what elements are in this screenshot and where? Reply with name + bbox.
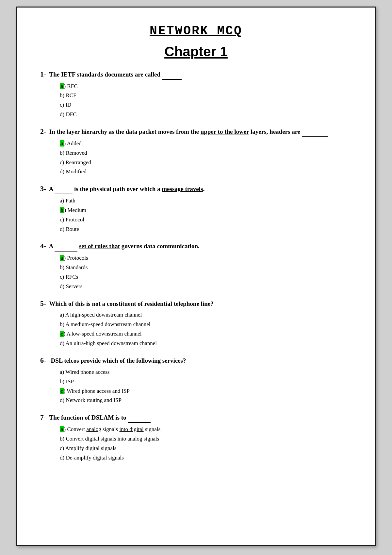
option-4c: c) RFCs xyxy=(60,272,352,282)
option-5d: d) An ultra-high speed downstream channe… xyxy=(60,339,352,348)
question-3-options: a) Path b) Medium c) Protocol d) Route xyxy=(40,196,352,234)
option-7b: b) Convert digital signals into analog s… xyxy=(60,434,352,444)
option-5a: a) A high-speed downstream channel xyxy=(60,310,352,320)
option-6d: d) Network routing and ISP xyxy=(60,396,352,405)
question-6: 6- DSL telcos provide which of the follo… xyxy=(40,356,352,405)
option-2a: a) Added xyxy=(60,139,352,148)
option-3c: c) Protocol xyxy=(60,215,352,225)
option-1b: b) RCF xyxy=(60,91,352,100)
option-1d: d) DFC xyxy=(60,110,352,119)
option-2c: c) Rearranged xyxy=(60,158,352,167)
question-3-text: 3- A is the physical path over which a m… xyxy=(40,184,352,194)
option-6c: c) Wired phone access and ISP xyxy=(60,387,352,396)
option-6a: a) Wired phone access xyxy=(60,368,352,377)
question-2-text: 2- In the layer hierarchy as the data pa… xyxy=(40,127,352,137)
option-3a: a) Path xyxy=(60,196,352,206)
chapter-title: Chapter 1 xyxy=(40,44,352,60)
question-1-text: 1- The IETF standards documents are call… xyxy=(40,69,352,80)
question-7-text: 7- The function of DSLAM is to xyxy=(40,412,352,423)
main-title: NETWORK MCQ xyxy=(40,24,352,38)
option-7d: d) De-amplify digital signals xyxy=(60,453,352,463)
question-3: 3- A is the physical path over which a m… xyxy=(40,184,352,234)
page: NETWORK MCQ Chapter 1 1- The IETF standa… xyxy=(16,7,376,546)
question-4-text: 4- A set of rules that governs data comm… xyxy=(40,241,352,251)
question-4: 4- A set of rules that governs data comm… xyxy=(40,241,352,291)
option-3b: b) Medium xyxy=(60,206,352,215)
option-4d: d) Servers xyxy=(60,282,352,291)
option-4a: a) Protocols xyxy=(60,253,352,263)
option-7c: c) Amplify digital signals xyxy=(60,444,352,453)
question-5-text: 5- Which of this is not a constituent of… xyxy=(40,299,352,309)
question-7-options: a) Convert analog signals into digital s… xyxy=(40,425,352,463)
option-4b: b) Standards xyxy=(60,263,352,272)
question-5-options: a) A high-speed downstream channel b) A … xyxy=(40,310,352,348)
question-2-options: a) Added b) Removed c) Rearranged d) Mod… xyxy=(40,139,352,177)
question-4-options: a) Protocols b) Standards c) RFCs d) Ser… xyxy=(40,253,352,291)
question-6-options: a) Wired phone access b) ISP c) Wired ph… xyxy=(40,368,352,406)
question-5: 5- Which of this is not a constituent of… xyxy=(40,299,352,348)
option-3d: d) Route xyxy=(60,225,352,234)
question-2: 2- In the layer hierarchy as the data pa… xyxy=(40,127,352,177)
option-1a: a) RFC xyxy=(60,82,352,91)
option-7a: a) Convert analog signals into digital s… xyxy=(60,425,352,434)
option-1c: c) ID xyxy=(60,100,352,110)
question-7: 7- The function of DSLAM is to a) Conver… xyxy=(40,412,352,462)
question-1-options: a) RFC b) RCF c) ID d) DFC xyxy=(40,82,352,120)
option-2b: b) Removed xyxy=(60,148,352,158)
question-1: 1- The IETF standards documents are call… xyxy=(40,69,352,119)
option-5b: b) A medium-speed downstream channel xyxy=(60,320,352,329)
option-2d: d) Modified xyxy=(60,167,352,177)
question-6-text: 6- DSL telcos provide which of the follo… xyxy=(40,356,352,366)
option-5c: c) A low-speed downstream channel xyxy=(60,329,352,339)
option-6b: b) ISP xyxy=(60,377,352,387)
